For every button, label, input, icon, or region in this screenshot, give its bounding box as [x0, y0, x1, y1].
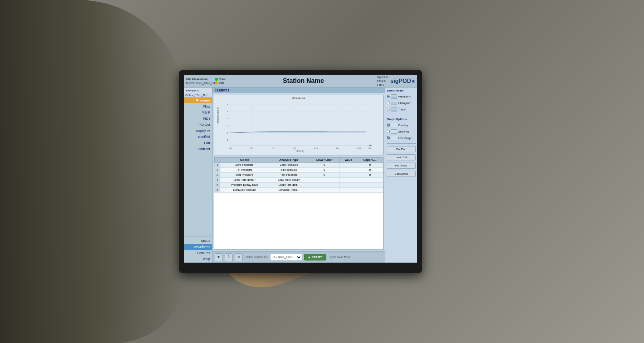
busy-label: Busy	[219, 81, 225, 84]
fill-hold-button[interactable]: Fill / Hold	[387, 163, 416, 169]
nav-ambient[interactable]: Ambient	[184, 146, 212, 152]
svg-text:150: 150	[293, 147, 297, 149]
nav-pid-i[interactable]: PID I	[184, 116, 212, 121]
table-row[interactable]: 1 Zero Pressure Zero Pressure 0 0	[215, 163, 383, 168]
trend-label: Trend	[398, 108, 406, 111]
overlay-checkbox[interactable]	[387, 124, 390, 126]
row-select: Leak Rate deltaP	[220, 178, 269, 183]
row-lower: 0	[309, 168, 340, 173]
live-graph-icon	[391, 136, 397, 140]
close-btn[interactable]: ✕	[235, 253, 243, 261]
svg-text:0: 0	[227, 132, 229, 134]
online-status: Online Busy	[215, 78, 226, 84]
col-lower: Lower Limit	[309, 158, 340, 163]
svg-text:50: 50	[272, 147, 274, 149]
row-num: 6	[215, 188, 220, 193]
waveform-icon	[391, 94, 397, 99]
radio-histogram[interactable]: Histogram	[387, 101, 416, 105]
col-select: Select	[220, 158, 269, 163]
monitor-screen: SN: 1821200022 Model: Orice_10cc_ref Onl…	[184, 75, 417, 263]
features-table: Select Analysis Type Lower Limit Value U…	[214, 157, 383, 193]
features-header: Features	[213, 88, 385, 93]
svg-text:8: 8	[227, 103, 229, 105]
nav-waveforms[interactable]: Waveforms	[184, 244, 212, 250]
svg-marker-29	[370, 144, 372, 146]
row-lower	[309, 183, 340, 188]
filter-btn[interactable]: ▼	[215, 253, 223, 261]
overlay-label: Overlay	[398, 124, 408, 127]
table-row[interactable]: 5 Pressure Decay Rate Leak Rate delt...	[215, 183, 383, 188]
row-value	[340, 178, 357, 183]
row-analysis: Test Pressure	[269, 173, 309, 178]
col-upper: Upper L...	[357, 158, 383, 163]
svg-text:500: 500	[368, 147, 372, 149]
radio-trend-input[interactable]	[387, 108, 390, 111]
right-panel: Select Graph Waveform Histogram Trend	[385, 88, 417, 263]
model-select[interactable]: 8 - Orice_10cc...	[270, 254, 302, 261]
busy-led	[215, 81, 218, 84]
filter-icon: ▼	[217, 255, 220, 259]
nav-manifold[interactable]: Manifold	[184, 134, 212, 140]
table-row[interactable]: 6 Exhaust Pressure Exhaust Press...	[215, 188, 383, 193]
radio-waveform[interactable]: Waveform	[387, 94, 416, 99]
checkbox-live-graph[interactable]: Live Graph	[387, 136, 416, 140]
live-graph-checkbox[interactable]	[387, 136, 390, 139]
nav-part[interactable]: Part	[184, 140, 212, 146]
right-divider-1	[387, 115, 416, 115]
waveform-tab[interactable]: Waveform	[184, 88, 212, 93]
nav-pressure[interactable]: Pressure	[184, 98, 212, 103]
cal-port-button[interactable]: Cal Port	[387, 146, 416, 152]
checkbox-overlay[interactable]: Overlay	[387, 123, 416, 127]
row-upper	[357, 178, 383, 183]
radio-histogram-input[interactable]	[387, 101, 390, 104]
row-select: Zero Pressure	[220, 163, 269, 168]
waveform-ref-item[interactable]: Orifice_10cc_Ref	[184, 93, 212, 98]
row-num: 5	[215, 183, 220, 188]
row-analysis: Leak Rate deltaP	[269, 178, 309, 183]
row-upper: 0	[357, 173, 383, 178]
row-num: 4	[215, 178, 220, 183]
top-bar: SN: 1821200022 Model: Orice_10cc_ref Onl…	[184, 75, 417, 88]
nav-setup[interactable]: Setup	[184, 256, 212, 262]
busy-row: Busy	[215, 81, 226, 84]
nav-supply-pr[interactable]: Supply Pr	[184, 128, 212, 134]
row-analysis: Exhaust Press...	[269, 188, 309, 193]
show-all-checkbox[interactable]	[387, 130, 390, 133]
radio-trend[interactable]: Trend	[387, 107, 416, 111]
row-select: Fill Pressure	[220, 168, 269, 173]
row-select: Test Pressure	[220, 173, 269, 178]
col-value: Value	[340, 158, 357, 163]
nav-features[interactable]: Features	[184, 250, 212, 256]
nav-flow[interactable]: Flow	[184, 104, 212, 109]
sidebar-bottom: Status Waveforms Features Setup	[184, 236, 212, 262]
svg-text:Time (s): Time (s)	[295, 150, 304, 153]
row-lower: 0	[309, 163, 340, 168]
histogram-icon	[391, 101, 397, 105]
nav-pid-out[interactable]: PID Out	[184, 122, 212, 128]
waveform-label: Waveform	[398, 95, 411, 98]
row-upper	[357, 183, 383, 188]
checkbox-show-all[interactable]: Show All	[387, 129, 416, 134]
svg-text:450: 450	[357, 147, 361, 149]
radio-waveform-input[interactable]	[387, 95, 390, 98]
leak-cal-button[interactable]: Leak Cal	[387, 154, 416, 160]
edit-limits-button[interactable]: Edit Limits	[387, 171, 416, 177]
table-row[interactable]: 2 Fill Pressure Fill Pressure 0 0	[215, 168, 383, 173]
row-value	[340, 168, 357, 173]
row-value	[340, 163, 357, 168]
row-upper	[357, 188, 383, 193]
overlay-icon	[391, 123, 397, 127]
table-row[interactable]: 3 Test Pressure Test Pressure 0 0	[215, 173, 383, 178]
nav-status[interactable]: Status	[184, 238, 212, 244]
row-analysis: Leak Rate delt...	[269, 183, 309, 188]
waveform-items: Pressure Flow PID P PID I PID Out Supply…	[184, 98, 212, 152]
start-button[interactable]: ● START	[304, 254, 326, 260]
nav-pid-p[interactable]: PID P	[184, 110, 212, 115]
row-lower	[309, 188, 340, 193]
live-graph-label: Live Graph	[398, 136, 412, 140]
row-upper: 0	[357, 163, 383, 168]
trend-icon	[391, 107, 397, 111]
help-btn[interactable]: ?	[225, 253, 233, 261]
table-row[interactable]: 4 Leak Rate deltaP Leak Rate deltaP	[215, 178, 383, 183]
show-all-label: Show All	[398, 130, 409, 133]
